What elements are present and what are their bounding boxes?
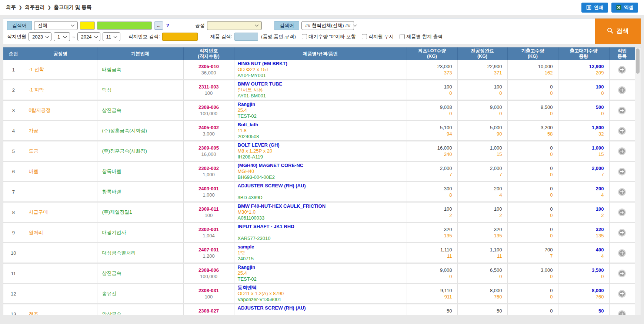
register-work-button[interactable] [618,127,626,135]
cell-first-lot: 16,000 240 [407,141,457,161]
process-select[interactable] [207,21,262,30]
cell-action [609,182,635,202]
product-spec: M8 x 1.25P x 20 [238,148,404,154]
product-search-input[interactable] [234,33,258,41]
cell-vendor: 삼진금속 [97,100,183,121]
keyword-select[interactable]: 전체 [34,21,78,30]
cell-first-lot: 320 135 [407,223,457,243]
header-first-lot: 최초LOT수량(KG) [407,47,457,60]
cell-order: 2308-006 100,000 [183,263,234,284]
cell-shipped: 0 0 [507,223,558,243]
order-number: 2308-031 [186,287,232,294]
register-work-button[interactable] [618,147,626,155]
breadcrumb-item-outsourcing[interactable]: 외주 [6,4,16,11]
cell-first-lot: 9,008 0 [407,263,457,284]
cell-seq: 13 [3,304,24,315]
cell-waiting: 100 2 [558,202,609,223]
ignore-order-month-checkbox-input[interactable] [362,34,367,39]
header-action: 작업등록 [609,47,635,60]
excel-button[interactable]: 엑셀 [611,3,638,13]
cell-product: INPUT SHAFT - JK1 RHD XAR577-23010 [234,223,407,243]
plus-icon [620,313,624,315]
year-from-select[interactable]: 2023 [29,32,51,41]
sum-by-product-checkbox-input[interactable] [400,34,405,39]
register-work-button[interactable] [618,168,626,176]
header-seq: 순번 [3,47,24,60]
product-part-no: 240715 [238,256,404,262]
chevron-down-icon [94,34,98,38]
cell-seq: 7 [3,182,24,202]
register-work-button[interactable] [618,270,626,277]
include-zero-checkbox[interactable]: 대기수량 "0"이하 포함 [302,33,356,40]
sum-by-product-checkbox[interactable]: 제품별 합계 출력 [400,33,443,40]
cell-waiting: 8,000 760 [558,284,609,304]
breadcrumb-item-outsourcing-mgmt[interactable]: 외주관리 [25,4,45,11]
partner-keyword-label: 검색어 [274,21,299,30]
register-work-button[interactable] [618,310,626,315]
cell-order: 2302-002 1,000 [183,161,234,182]
print-button[interactable]: 인쇄 [581,3,608,13]
cell-first-lot: 100 2 [407,202,457,223]
register-work-button[interactable] [618,290,626,298]
register-work-button[interactable] [618,208,626,216]
cell-process: -1 접착 [24,60,97,80]
cell-vendor: 대광기업사 [97,223,183,243]
lookup-button[interactable]: ... [154,21,163,30]
cell-vendor: 태림금속 [97,60,183,80]
page-title: 출고대기 및 등록 [54,4,91,11]
order-no-search-input[interactable] [162,33,198,41]
table-row: 12 송유선 2308-031 100 동회엔텍 OD11 x 1.2(A) x… [3,284,635,304]
cell-process [24,243,97,263]
help-link[interactable]: ? [166,23,169,28]
cell-product: BMW F40-NUT-HEX CAULK_FRICTION M30*1.0 A… [234,202,407,223]
product-spec: 1*2 [238,250,404,256]
cell-action [609,263,635,284]
product-spec: OD Φ22 x 15T [238,67,404,73]
data-grid: 순번 공정명 기본업체 작지번호(작지수량) 제품명/규격/품번 최초LOT수량… [3,47,641,315]
plus-icon [620,231,624,234]
cell-seq: 9 [3,223,24,243]
cell-waiting: 100 0 [558,80,609,100]
cell-product: 동회엔텍 OD11 x 1.2(A) x 8790 Vaporizer-V135… [234,284,407,304]
cell-shipped: 0 0 [507,304,558,315]
order-period-label: 작지년월 [7,33,26,40]
product-part-no: BH693-004-00E2 [238,174,404,180]
cell-vendor: (주)정훈금속(시화점) [97,141,183,161]
include-zero-checkbox-input[interactable] [302,34,307,39]
cell-seq: 5 [3,141,24,161]
chevron-down-icon [71,23,75,27]
cell-waiting: 50 1 [558,304,609,315]
register-work-button[interactable] [618,86,626,94]
partner-select[interactable]: ## 협력업체(전체) ## [301,21,354,30]
product-part-no: TEST-02 [238,113,404,119]
month-to-select[interactable]: 11 [103,32,120,41]
cell-action [609,284,635,304]
cell-vendor: 덕성 [97,80,183,100]
register-work-button[interactable] [618,107,626,114]
cell-waiting: 320 135 [558,223,609,243]
month-from-select[interactable]: 1 [54,32,70,41]
register-work-button[interactable] [618,249,626,257]
register-work-button[interactable] [618,66,626,74]
product-part-no: AY04-MY001 [238,73,404,79]
cell-order: 2305-010 36,000 [183,60,234,80]
cell-order: 2302-001 1,004 [183,223,234,243]
year-to-select[interactable]: 2024 [77,32,100,41]
ignore-order-month-checkbox[interactable]: 작지월 무시 [362,33,394,40]
cell-product: Rangjin 25.4 TEST-02 [234,263,407,284]
register-work-button[interactable] [618,188,626,196]
order-quantity: 1,200 [186,253,232,259]
vertical-scrollbar[interactable] [635,47,641,315]
search-button[interactable]: 검색 [595,19,641,44]
order-quantity: 100 [186,90,232,96]
table-row: 2 -1 피막 덕성 2311-003 100 BMW OUTER TUBE 인… [3,80,635,100]
cell-order: 2405-002 3,000 [183,121,234,141]
scrollbar-thumb[interactable] [636,49,640,74]
register-work-button[interactable] [618,229,626,237]
cell-seq: 3 [3,100,24,121]
cell-first-lot: 100 0 [407,80,457,100]
keyword-text-input[interactable] [97,21,152,30]
keyword-code-input[interactable] [80,21,95,30]
product-name: Rangjin [238,264,404,270]
cell-waiting: 12,900 209 [558,60,609,80]
